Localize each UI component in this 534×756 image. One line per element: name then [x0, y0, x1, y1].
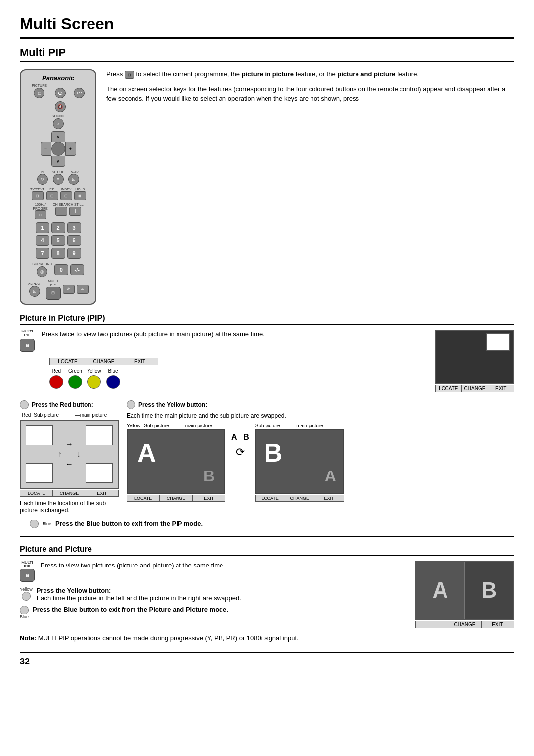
- page-number: 32: [20, 652, 514, 667]
- press-diagrams: Press the Red button: Red Sub picture —m…: [20, 400, 514, 514]
- pip-section: Picture in Picture (PIP) MULTIPIP ⊟ Pres…: [20, 314, 514, 528]
- exit-y1: EXIT: [193, 495, 225, 501]
- intro-text: Press ⊟ to select the current programme,…: [106, 69, 514, 305]
- setup-btn: ≡: [53, 174, 64, 185]
- fp-btn: ⊡: [46, 191, 58, 200]
- blue-button-text: Press the Blue button to exit from the P…: [55, 520, 203, 527]
- pap-yellow-btn-area: Yellow: [20, 587, 33, 601]
- swap-a-label: A B: [231, 433, 249, 442]
- blue-button-row: Blue Press the Blue button to exit from …: [30, 520, 514, 528]
- pip-left: MULTIPIP ⊟ Press twice to view two pictu…: [20, 330, 426, 392]
- exit-r: EXIT: [488, 385, 514, 392]
- yellow-sub-cap: Yellow Sub picture —main picture: [127, 423, 225, 428]
- pap-half-b: B: [465, 562, 513, 619]
- exit-red: EXIT: [86, 490, 118, 496]
- pap-letter-a: A: [433, 578, 448, 603]
- pap-empty: [416, 621, 448, 628]
- progre-btn: □: [35, 210, 46, 219]
- green-label: Green: [68, 368, 82, 374]
- before-swap: Yellow Sub picture —main picture A B LOC…: [127, 423, 225, 502]
- green-btn-group: Green: [68, 368, 82, 389]
- num-0: 0: [54, 264, 68, 275]
- change-red: CHANGE: [53, 490, 86, 496]
- change-y1: CHANGE: [160, 495, 192, 501]
- pip-button-icon: ⊟: [20, 339, 35, 352]
- locate-red: LOCATE: [20, 490, 53, 496]
- pip-diagram-top: MULTIPIP ⊟ Press twice to view two pictu…: [20, 330, 426, 352]
- red-button: [49, 375, 63, 389]
- yellow-btn-group: Yellow: [87, 368, 101, 389]
- pap-blue-row: Blue Press the Blue button to exit from …: [20, 606, 406, 619]
- pap-change: CHANGE: [448, 621, 481, 628]
- num-5: 5: [51, 235, 65, 246]
- remote-dpad: ∧ − + ∨: [41, 131, 76, 167]
- pip-locate-bar-container: LOCATE CHANGE EXIT: [49, 358, 158, 365]
- picture-btn: ◻: [34, 88, 44, 98]
- remote-top-icons: PICTURE ◻ ⏻ 🔇 TV: [32, 84, 85, 112]
- locate-y2: LOCATE: [256, 495, 285, 501]
- pap-blue-circle: [20, 606, 29, 614]
- pap-blue-btn-area: Blue: [20, 606, 29, 619]
- sub-pic-tl: [26, 425, 53, 445]
- tvav-btn2: ⊡: [68, 174, 79, 185]
- sub-pic-tr: [86, 425, 113, 445]
- letter-b-after: B: [264, 438, 283, 468]
- pap-section: Picture and Picture MULTIPIP ⊟ Press to …: [20, 545, 514, 642]
- note-section: Note: MULTI PIP operations cannot be mad…: [20, 634, 514, 642]
- red-caption: Red Sub picture —main picture: [22, 412, 119, 418]
- yellow-btn-lbl: Yellow: [127, 423, 141, 428]
- num-2: 2: [51, 222, 65, 233]
- pap-yellow-row: Yellow Press the Yellow button: Each tim…: [20, 587, 406, 602]
- yellow-label: Yellow: [87, 368, 101, 374]
- extra-btn2: -/-: [77, 285, 89, 294]
- pip-sub-picture: [486, 333, 510, 351]
- letter-a-after: A: [325, 467, 336, 485]
- intro-para1: Press ⊟ to select the current programme,…: [106, 69, 514, 79]
- remote-bottom: SURROUND ◎ 0 -/-: [32, 262, 84, 277]
- change-btn: CHANGE: [86, 358, 122, 365]
- dpad-up: ∧: [51, 131, 65, 142]
- index-btn: ⊞: [60, 191, 72, 200]
- swap-arrow-container: A B ⟳: [231, 423, 249, 459]
- press-yellow-title: Press the Yellow button:: [127, 400, 514, 409]
- remote-control: Panasonic PICTURE ◻ ⏻ 🔇 TV SOUND ♪: [20, 69, 96, 305]
- note-text: MULTI PIP operations cannot be made duri…: [38, 634, 299, 642]
- red-diagram: → ↑ ↓ ←: [20, 420, 119, 489]
- note-title: Note:: [20, 634, 36, 642]
- after-main-cap: —main picture: [291, 423, 323, 428]
- red-circle-icon: [20, 400, 29, 409]
- exit-btn: EXIT: [122, 358, 158, 365]
- pap-btn-area: MULTIPIP ⊟: [20, 561, 35, 582]
- aspect-btn: ⊡: [29, 286, 40, 297]
- multi-pip-label: MULTIPIP: [21, 330, 33, 338]
- pap-yellow-title: Press the Yellow button:: [37, 587, 111, 594]
- remote-brand: Panasonic: [42, 74, 74, 82]
- sub-cap-yellow: Sub picture: [144, 423, 169, 428]
- press-red-title: Press the Red button:: [20, 400, 119, 409]
- press-yellow-desc: Each time the main picture and the sub p…: [127, 412, 514, 419]
- color-buttons: Red Green Yellow Blue: [49, 368, 426, 389]
- letter-b-before: B: [203, 467, 215, 485]
- pap-section-title: Picture and Picture: [20, 545, 514, 556]
- green-button: [68, 375, 82, 389]
- after-swap-bar: LOCATE CHANGE EXIT: [255, 495, 344, 502]
- page-title: Multi Screen: [20, 15, 514, 39]
- main-picture-label-red: —main picture: [75, 412, 107, 418]
- press-red-label: Press the Red button:: [32, 401, 93, 408]
- ii-btn: ⟳: [37, 174, 48, 185]
- after-sub-cap: Sub picture: [255, 423, 280, 428]
- change-y2: CHANGE: [285, 495, 315, 501]
- pip-screen: [435, 330, 514, 384]
- red-btn-label: Red: [22, 412, 31, 418]
- num-7: 7: [36, 248, 49, 259]
- remote-box: Panasonic PICTURE ◻ ⏻ 🔇 TV SOUND ♪: [20, 69, 96, 305]
- dpad-left: −: [41, 142, 51, 156]
- arrow-left-icon: ←: [58, 460, 81, 469]
- sub-picture-label-red: Sub picture: [34, 412, 59, 418]
- pap-desc-row: MULTIPIP ⊟ Press to view two pictures (p…: [20, 561, 406, 582]
- locate-r: LOCATE: [436, 385, 462, 392]
- dpad-right: +: [65, 142, 76, 156]
- before-swap-screen: A B: [127, 429, 225, 494]
- pap-pip-btn: ⊟: [20, 569, 35, 582]
- after-cap: Sub picture —main picture: [255, 423, 344, 428]
